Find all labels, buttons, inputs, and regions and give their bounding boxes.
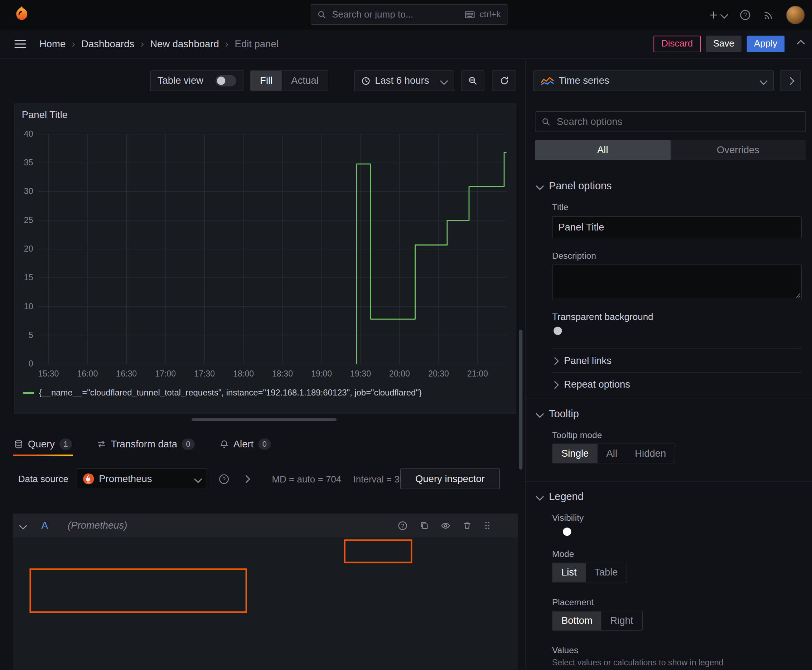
news-button[interactable] xyxy=(763,10,774,20)
search-icon xyxy=(317,10,327,19)
breadcrumb-separator: › xyxy=(141,38,144,49)
svg-text:16:00: 16:00 xyxy=(77,369,98,378)
collapse-options-chevron-up-icon[interactable] xyxy=(797,40,805,48)
breadcrumb-separator: › xyxy=(72,38,75,49)
breadcrumb-dashboards[interactable]: Dashboards xyxy=(81,38,134,49)
tooltip-mode-single[interactable]: Single xyxy=(553,444,598,463)
breadcrumb: Home › Dashboards › New dashboard › Edit… xyxy=(39,38,278,49)
datasource-picker[interactable]: Prometheus xyxy=(76,469,207,489)
svg-text:17:30: 17:30 xyxy=(194,369,215,378)
discard-button[interactable]: Discard xyxy=(653,36,701,52)
transparent-background-label: Transparent background xyxy=(552,312,653,323)
svg-text:10: 10 xyxy=(24,302,33,311)
save-button[interactable]: Save xyxy=(706,36,741,52)
editor-splitter-handle[interactable] xyxy=(192,418,337,421)
search-options-box[interactable] xyxy=(535,111,805,132)
refresh-button[interactable] xyxy=(492,71,516,91)
menu-toggle-button[interactable] xyxy=(15,40,26,48)
max-data-points-stat: MD = auto = 704 xyxy=(272,474,341,485)
tab-query-label: Query xyxy=(28,438,55,450)
help-button[interactable]: ? xyxy=(740,9,751,20)
tooltip-mode-hidden[interactable]: Hidden xyxy=(626,444,675,463)
global-search[interactable]: ctrl+k xyxy=(311,4,508,25)
query-row-header[interactable]: A (Prometheus) ? xyxy=(13,514,518,538)
actual-option[interactable]: Actual xyxy=(282,71,327,91)
toggle-viz-picker-button[interactable] xyxy=(780,71,800,91)
query-options-chevron-right-icon[interactable] xyxy=(242,475,251,483)
breadcrumb-new-dashboard[interactable]: New dashboard xyxy=(150,38,219,49)
legend-mode-table[interactable]: Table xyxy=(585,563,627,582)
tab-alert[interactable]: Alert 0 xyxy=(219,431,272,456)
global-search-input[interactable] xyxy=(331,8,460,20)
help-circle-icon: ? xyxy=(398,520,407,530)
user-avatar[interactable] xyxy=(786,5,805,24)
tab-transform-count: 0 xyxy=(182,438,194,450)
topbar-actions: ? xyxy=(709,0,805,29)
panel-title-input[interactable] xyxy=(552,217,802,239)
tab-query[interactable]: Query 1 xyxy=(13,431,73,456)
datasource-help-button[interactable]: ? xyxy=(214,469,234,489)
tab-transform-label: Transform data xyxy=(111,438,177,450)
collapse-query-chevron-down-icon[interactable] xyxy=(19,521,27,530)
svg-text:17:00: 17:00 xyxy=(155,369,176,378)
legend-placement-bottom[interactable]: Bottom xyxy=(553,611,601,630)
add-new-button[interactable] xyxy=(709,10,727,19)
tooltip-mode-all[interactable]: All xyxy=(598,444,626,463)
svg-text:5: 5 xyxy=(29,330,33,340)
database-icon xyxy=(14,439,23,448)
clock-icon xyxy=(362,76,371,85)
time-range-picker[interactable]: Last 6 hours xyxy=(354,71,454,91)
legend-series-swatch xyxy=(23,392,34,394)
delete-query-button[interactable] xyxy=(463,521,472,530)
legend-placement-right[interactable]: Right xyxy=(602,611,642,630)
eye-icon xyxy=(441,520,450,530)
search-options-input[interactable] xyxy=(556,116,799,128)
chevron-down-icon xyxy=(720,11,729,19)
chevron-down-icon xyxy=(194,475,202,483)
svg-text:19:00: 19:00 xyxy=(311,369,332,378)
legend-section-header[interactable]: Legend xyxy=(537,491,583,503)
grafana-logo[interactable] xyxy=(14,4,30,25)
tooltip-section-header[interactable]: Tooltip xyxy=(537,408,579,420)
drag-query-handle[interactable] xyxy=(484,521,491,530)
panel-preview: Panel Title 051015202530354015:3016:0016… xyxy=(14,103,516,414)
query-inspector-button[interactable]: Query inspector xyxy=(400,469,500,489)
query-ref-datasource: (Prometheus) xyxy=(68,520,127,531)
rss-icon xyxy=(763,10,774,20)
legend-mode-list[interactable]: List xyxy=(553,563,585,582)
tooltip-section-title: Tooltip xyxy=(549,408,579,420)
legend-placement-label: Placement xyxy=(552,597,593,608)
legend-item[interactable]: {__name__="cloudflared_tunnel_total_requ… xyxy=(23,387,422,397)
query-ref-id[interactable]: A xyxy=(42,520,48,531)
table-view-toggle[interactable] xyxy=(215,75,236,86)
panel-links-section[interactable]: Panel links xyxy=(552,348,802,372)
chevron-right-icon xyxy=(786,76,795,85)
svg-text:18:30: 18:30 xyxy=(272,369,293,378)
tooltip-mode-radio-group: Single All Hidden xyxy=(552,444,675,464)
fill-option[interactable]: Fill xyxy=(251,71,282,91)
duplicate-query-button[interactable] xyxy=(420,521,429,530)
svg-text:18:00: 18:00 xyxy=(233,369,254,378)
nav-bar: Home › Dashboards › New dashboard › Edit… xyxy=(0,29,812,58)
breadcrumb-home[interactable]: Home xyxy=(39,38,66,49)
keyboard-icon xyxy=(464,11,475,19)
visualization-picker[interactable]: Time series xyxy=(534,71,774,91)
repeat-options-section[interactable]: Repeat options xyxy=(552,372,802,397)
table-view-label: Table view xyxy=(158,75,203,86)
query-row-actions: ? xyxy=(398,520,491,530)
timeseries-chart[interactable]: 051015202530354015:3016:0016:3017:0017:3… xyxy=(17,127,510,382)
repeat-options-label: Repeat options xyxy=(564,379,630,391)
panel-options-title: Panel options xyxy=(549,180,612,192)
panel-options-section-header[interactable]: Panel options xyxy=(537,180,612,192)
options-tab-all[interactable]: All xyxy=(535,140,670,160)
query-help-button[interactable]: ? xyxy=(398,520,407,530)
legend-placement-radio-group: Bottom Right xyxy=(552,611,642,631)
scrollbar-thumb[interactable] xyxy=(519,330,522,470)
options-tab-overrides[interactable]: Overrides xyxy=(670,140,805,160)
panel-description-textarea[interactable] xyxy=(552,264,802,299)
plus-icon xyxy=(709,10,718,19)
toggle-query-visibility-button[interactable] xyxy=(441,520,450,530)
zoom-out-button[interactable] xyxy=(461,71,485,91)
tab-transform-data[interactable]: Transform data 0 xyxy=(96,431,195,456)
apply-button[interactable]: Apply xyxy=(747,36,785,52)
